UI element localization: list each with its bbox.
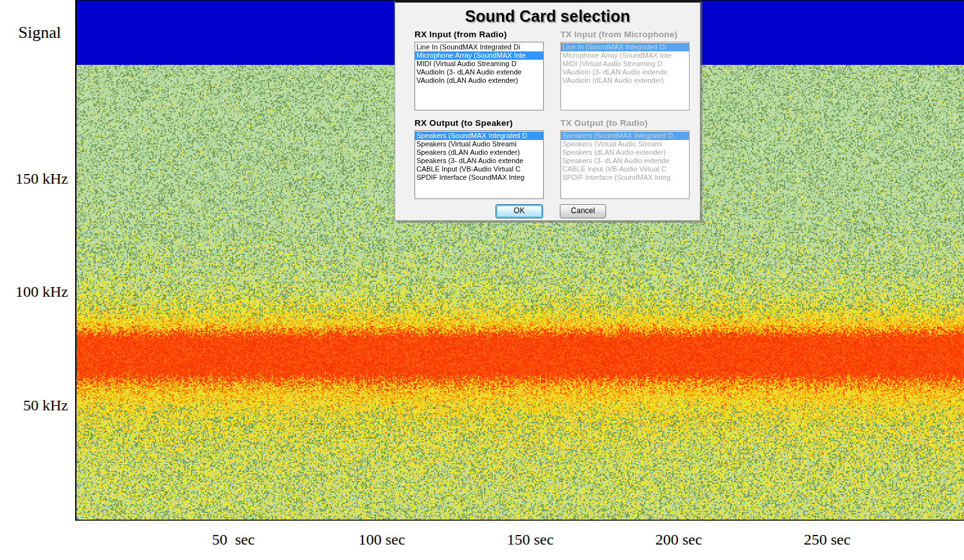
list-item: Line In (SoundMAX Integrated Di	[561, 43, 689, 51]
list-item[interactable]: Line In (SoundMAX Integrated Di	[415, 43, 543, 51]
tx-input-listbox: Line In (SoundMAX Integrated DiMicrophon…	[560, 42, 690, 110]
y-axis-title: Signal	[0, 23, 61, 42]
list-item[interactable]: VAudioIn (dLAN Audio extender)	[415, 76, 543, 85]
y-tick-150khz: 150 kHz	[0, 170, 68, 188]
list-item[interactable]: Speakers (dLAN Audio extender)	[415, 148, 543, 157]
list-item[interactable]: MIDI (Virtual Audio Streaming D	[415, 60, 543, 68]
x-tick-250sec: 250 sec	[804, 531, 851, 548]
rx-output-label: RX Output (to Speaker)	[415, 118, 513, 128]
rx-output-listbox[interactable]: Speakers (SoundMAX Integrated DSpeakers …	[415, 130, 544, 199]
rx-input-listbox[interactable]: Line In (SoundMAX Integrated DiMicrophon…	[415, 42, 544, 110]
list-item: Speakers (dLAN Audio extender)	[561, 148, 689, 157]
list-item[interactable]: VAudioIn (3- dLAN Audio extende	[415, 68, 543, 76]
x-tick-150sec: 150 sec	[507, 531, 554, 548]
list-item[interactable]: Speakers (Virtual Audio Streami	[415, 140, 543, 148]
list-item: Speakers (3- dLAN Audio extende	[561, 157, 689, 165]
list-item: Speakers (SoundMAX Integrated D	[561, 132, 689, 140]
list-item: CABLE Input (VB-Audio Virtual C	[561, 165, 689, 173]
tx-input-label: TX Input (from Microphone)	[560, 30, 677, 39]
cancel-button[interactable]: Cancel	[560, 204, 606, 218]
list-item: Speakers (Virtual Audio Streami	[561, 140, 689, 148]
list-item: MIDI (Virtual Audio Streaming D	[561, 60, 689, 68]
list-item[interactable]: Speakers (SoundMAX Integrated D	[415, 132, 543, 140]
rx-input-label: RX Input (from Radio)	[415, 30, 507, 39]
tx-output-label: TX Output (to Radio)	[560, 118, 648, 128]
x-tick-50sec: 50 sec	[212, 531, 255, 548]
list-item[interactable]: SPDIF Interface (SoundMAX Integ	[415, 173, 543, 182]
tx-output-listbox: Speakers (SoundMAX Integrated DSpeakers …	[560, 130, 690, 199]
sound-card-selection-dialog: Sound Card selection RX Input (from Radi…	[395, 0, 701, 221]
list-item[interactable]: CABLE Input (VB-Audio Virtual C	[415, 165, 543, 173]
list-item[interactable]: Speakers (3- dLAN Audio extende	[415, 157, 543, 165]
ok-button[interactable]: OK	[495, 204, 543, 218]
y-tick-100khz: 100 kHz	[0, 283, 68, 301]
x-tick-200sec: 200 sec	[656, 531, 702, 548]
x-tick-100sec: 100 sec	[359, 531, 406, 548]
list-item: VAudioIn (dLAN Audio extender)	[561, 76, 689, 85]
list-item: SPDIF Interface (SoundMAX Integ	[561, 173, 689, 182]
y-tick-50khz: 50 kHz	[0, 397, 68, 414]
list-item: VAudioIn (3- dLAN Audio extende	[561, 68, 689, 76]
list-item[interactable]: Microphone Array (SoundMAX Inte	[415, 51, 543, 60]
dialog-title: Sound Card selection	[395, 7, 700, 26]
list-item: Microphone Array (SoundMAX Inte	[561, 51, 689, 60]
